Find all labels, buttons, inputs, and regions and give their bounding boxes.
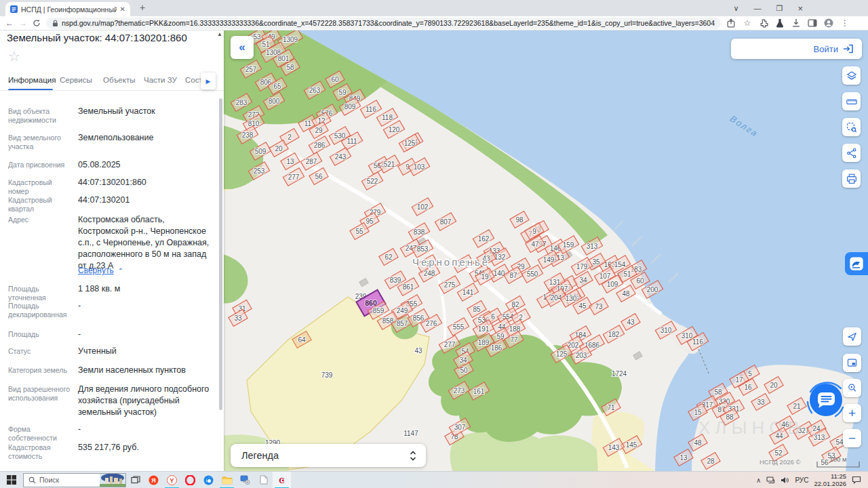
- parcel-label: 48: [622, 290, 630, 298]
- minimap-button[interactable]: [843, 354, 861, 372]
- legend-label: Легенда: [241, 450, 279, 461]
- back-icon[interactable]: ←: [5, 19, 14, 27]
- object-info-panel: Земельный участок: 44:07:130201:860 ☆ Ин…: [0, 30, 224, 471]
- assistant-panel-button[interactable]: [845, 252, 868, 275]
- parcel-label: 509: [255, 148, 267, 155]
- parcel-label: 85: [473, 306, 481, 313]
- parcel-label: 60: [636, 277, 644, 285]
- parcel-label: 55: [355, 228, 363, 235]
- extensions-icon[interactable]: [759, 18, 768, 28]
- area-search-button[interactable]: [842, 118, 861, 136]
- yandex-icon: Я: [149, 475, 159, 485]
- menu-dots-icon[interactable]: ⋮: [840, 18, 850, 28]
- address-collapse-link[interactable]: Свернуть⌃: [78, 266, 123, 275]
- parcel-label: 59: [338, 89, 347, 96]
- tray-date: 22.01.2026: [814, 480, 846, 487]
- browser-tab[interactable]: НСПД | Геоинформационный п ✕: [5, 2, 130, 16]
- close-icon[interactable]: ×: [797, 3, 803, 14]
- parcel-label: 20: [770, 382, 778, 389]
- parcel-label: 43: [414, 347, 422, 354]
- share-icon[interactable]: [726, 18, 736, 28]
- profile-avatar-icon[interactable]: [824, 18, 833, 28]
- blue-browser-button[interactable]: [199, 472, 218, 488]
- minimize-icon[interactable]: —: [754, 4, 762, 12]
- parcel-label: 82: [511, 301, 519, 308]
- chat-fab-button[interactable]: [804, 378, 848, 422]
- parcel-label: 521: [384, 161, 395, 168]
- field-label: Дата присвоения: [8, 161, 74, 169]
- tab-search-icon[interactable]: ∨: [733, 4, 738, 13]
- download-icon[interactable]: [791, 18, 801, 28]
- start-button[interactable]: [0, 472, 23, 488]
- favorite-star-icon[interactable]: ☆: [8, 48, 20, 64]
- measure-button[interactable]: [842, 92, 861, 110]
- taskbar-search-input[interactable]: Поиск: [23, 473, 126, 487]
- opera-button[interactable]: [181, 472, 199, 488]
- parcel-label: 145: [626, 441, 637, 449]
- sidebar-collapse-button[interactable]: «: [231, 36, 254, 59]
- parcel-label: 249: [397, 307, 408, 314]
- svg-text:Y: Y: [170, 476, 174, 483]
- tab-objects[interactable]: Объекты: [103, 76, 135, 84]
- field-label: Вид разрешенного использования: [8, 385, 74, 403]
- maximize-icon[interactable]: ❐: [776, 4, 783, 13]
- news-widget-image[interactable]: [100, 473, 125, 487]
- share-map-button[interactable]: [842, 144, 861, 162]
- parcel-label: 857: [397, 320, 408, 327]
- volume-icon[interactable]: [781, 476, 789, 484]
- tab-close-icon[interactable]: ✕: [120, 5, 125, 13]
- sidebar-scrollbar[interactable]: [219, 98, 222, 410]
- parcel-label: 48: [694, 439, 702, 447]
- field-value: -: [78, 329, 215, 340]
- scrollbar-up-icon[interactable]: ▲: [217, 31, 222, 37]
- field-label: Площадь декларированная: [8, 302, 74, 319]
- locate-me-button[interactable]: [843, 327, 861, 346]
- address-bar[interactable]: nspd.gov.ru/map?thematic=PKK&zoom=16.333…: [46, 18, 721, 29]
- tab-services[interactable]: Сервисы: [60, 76, 92, 84]
- parcel-label: 859: [373, 307, 384, 314]
- layers-button[interactable]: [842, 66, 861, 85]
- login-button[interactable]: Войти: [731, 39, 862, 59]
- zoom-out-button[interactable]: −: [843, 429, 861, 447]
- taskbar-clock[interactable]: 11:25 22.01.2026: [814, 472, 846, 487]
- tab-strip: НСПД | Геоинформационный п ✕ + ∨ — ❐ ×: [0, 0, 868, 16]
- consultant-app-button[interactable]: С: [273, 472, 291, 488]
- forward-icon[interactable]: →: [19, 19, 27, 27]
- parcel-label: 310: [682, 332, 693, 340]
- tray-expand-icon[interactable]: ∧: [756, 476, 761, 484]
- sidebar-panel-icon[interactable]: [808, 18, 817, 28]
- layers-icon: [846, 70, 858, 82]
- search-icon: [28, 476, 36, 484]
- legend-toggle[interactable]: Легенда: [231, 444, 426, 467]
- network-icon[interactable]: [766, 476, 775, 484]
- devices-app-button[interactable]: [236, 472, 254, 488]
- parcel-label: 17: [735, 376, 743, 384]
- printer-icon: [846, 173, 858, 185]
- chevron-up-icon: ⌃: [118, 267, 123, 274]
- favicon-icon: [10, 5, 18, 13]
- window-controls: ∨ — ❐ ×: [733, 0, 803, 16]
- bookmark-star-icon[interactable]: ☆: [743, 18, 752, 28]
- parcel-label: 34: [459, 357, 467, 364]
- parcel-label: 853: [417, 245, 429, 253]
- parcel-label: 11: [304, 120, 312, 127]
- yandex-app-button[interactable]: Я: [144, 472, 163, 488]
- village-label: Чернопенье: [412, 256, 490, 268]
- language-indicator[interactable]: РУС: [795, 476, 808, 484]
- yandex-browser-button[interactable]: Y: [163, 472, 181, 488]
- flask-icon[interactable]: [775, 18, 785, 28]
- notification-icon[interactable]: [852, 476, 861, 484]
- document-app-button[interactable]: [254, 472, 273, 488]
- tab-parts[interactable]: Части ЗУ: [144, 76, 177, 84]
- field-value: -: [78, 424, 215, 435]
- map-canvas[interactable]: 5349130951130880125758806658002832728102…: [224, 30, 868, 471]
- print-button[interactable]: [842, 169, 861, 188]
- login-label: Войти: [814, 44, 838, 54]
- file-explorer-button[interactable]: [218, 472, 236, 488]
- tab-scroll-right-button[interactable]: ▶: [201, 73, 216, 89]
- tab-information[interactable]: Информация: [8, 76, 56, 84]
- new-tab-button[interactable]: +: [137, 3, 148, 14]
- reload-icon[interactable]: [33, 19, 41, 27]
- parcel-label: 200: [647, 286, 658, 293]
- task-view-button[interactable]: [126, 472, 144, 488]
